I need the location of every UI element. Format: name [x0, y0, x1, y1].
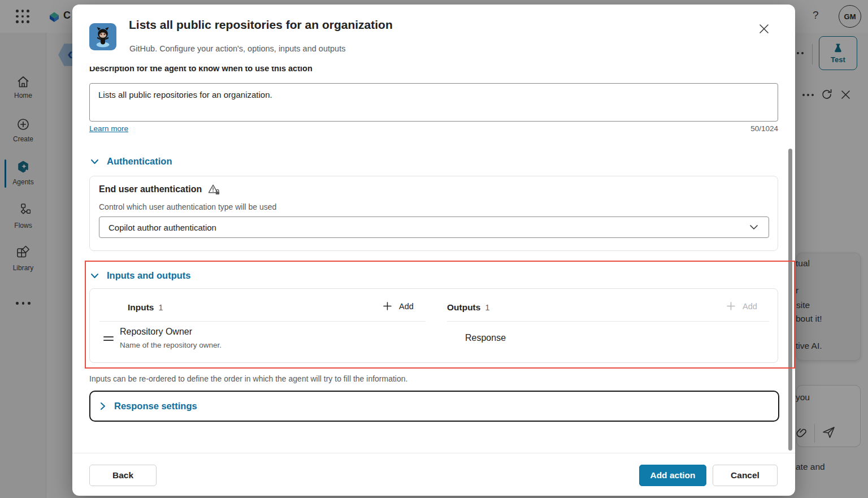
plus-icon [383, 301, 392, 311]
add-output-button[interactable]: Add [726, 301, 757, 311]
response-settings-label: Response settings [114, 401, 197, 412]
add-action-button[interactable]: Add action [639, 465, 706, 486]
inputs-outputs-section-toggle[interactable]: Inputs and outputs [90, 270, 190, 281]
end-user-auth-label-row: End user authentication [99, 184, 220, 195]
cancel-button[interactable]: Cancel [713, 465, 778, 486]
response-settings-section-toggle[interactable]: Response settings [89, 391, 779, 422]
inputs-column-header: Inputs 1 [128, 302, 163, 313]
outputs-header-divider [447, 321, 769, 322]
inputs-reorder-helper: Inputs can be re-ordered to define the o… [89, 374, 407, 383]
chevron-right-icon [98, 402, 107, 410]
add-input-button[interactable]: Add [383, 301, 414, 311]
footer-divider [72, 453, 795, 453]
plus-icon [726, 301, 736, 311]
chevron-down-icon [749, 223, 758, 231]
char-counter: 50/1024 [89, 124, 778, 133]
auth-type-selected-value: Copilot author authentication [108, 223, 749, 232]
authentication-section-label: Authentication [107, 156, 172, 167]
dialog-close-icon[interactable] [756, 20, 772, 37]
drag-handle-icon[interactable] [103, 336, 114, 341]
back-button[interactable]: Back [89, 465, 157, 486]
app-root: C ? GM Home Create Agents [0, 0, 868, 498]
description-label-clipped: Description for the agent to know when t… [89, 67, 711, 75]
input-row-description: Name of the repository owner. [120, 341, 222, 349]
outputs-column-header: Outputs 1 [447, 302, 489, 313]
authentication-card: End user authentication Control which us… [89, 176, 778, 251]
input-row-name[interactable]: Repository Owner [120, 327, 192, 337]
inputs-header-divider [99, 321, 426, 322]
inputs-outputs-card: Inputs 1 Add Repository Owner Name of th… [89, 288, 778, 363]
auth-type-dropdown[interactable]: Copilot author authentication [99, 216, 769, 238]
modal-scrollbar-thumb[interactable] [788, 149, 792, 451]
dialog-subtitle: GitHub. Configure your action's, options… [129, 44, 345, 53]
dialog-title: Lists all public repositories for an org… [129, 18, 393, 32]
action-config-dialog: Lists all public repositories for an org… [72, 5, 795, 496]
inputs-count: 1 [159, 303, 163, 312]
chevron-down-icon [90, 157, 99, 166]
authentication-section-toggle[interactable]: Authentication [90, 156, 172, 167]
outputs-count: 1 [485, 303, 489, 312]
chevron-down-icon [90, 271, 99, 280]
end-user-auth-label: End user authentication [99, 184, 202, 194]
output-row-name[interactable]: Response [465, 333, 506, 343]
end-user-auth-hint: Control which user authentication type w… [99, 202, 276, 211]
github-icon [89, 23, 116, 50]
inputs-outputs-section-label: Inputs and outputs [107, 270, 190, 281]
description-input[interactable]: Lists all public repositories for an org… [89, 83, 778, 122]
warning-lock-icon [207, 184, 220, 195]
